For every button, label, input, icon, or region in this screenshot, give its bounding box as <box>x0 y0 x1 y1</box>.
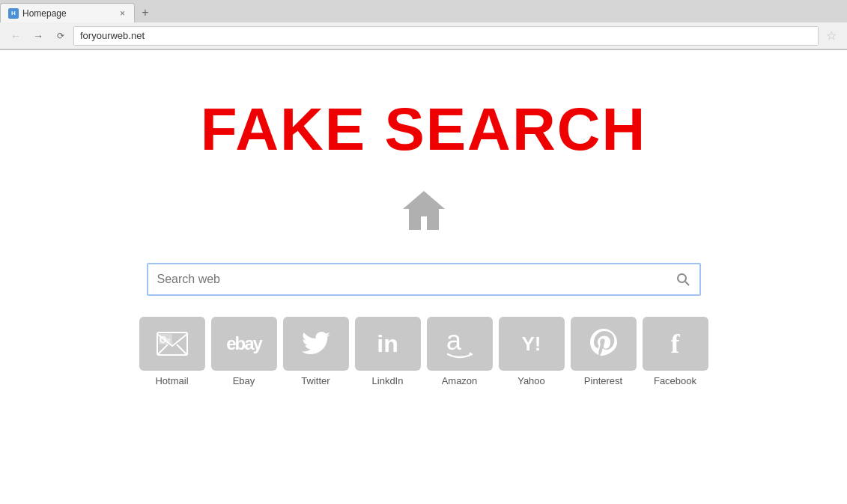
shortcut-ebay[interactable]: ebay Ebay <box>211 317 277 386</box>
shortcut-twitter[interactable]: Twitter <box>283 317 349 386</box>
shortcuts-row: O ≡ Hotmail ebay Ebay Twitter <box>139 317 708 386</box>
twitter-label: Twitter <box>301 375 330 386</box>
shortcut-pinterest[interactable]: Pinterest <box>571 317 637 386</box>
amazon-label: Amazon <box>442 375 478 386</box>
amazon-icon-box: a <box>427 317 493 371</box>
svg-point-1 <box>678 274 686 282</box>
linkedin-icon: in <box>377 330 398 358</box>
search-bar-wrap <box>147 263 701 296</box>
forward-button[interactable]: → <box>28 26 48 46</box>
back-button[interactable]: ← <box>6 26 25 46</box>
refresh-button[interactable]: ⟳ <box>51 26 70 46</box>
svg-line-5 <box>177 344 187 355</box>
svg-marker-0 <box>403 191 445 230</box>
hotmail-icon-box: O ≡ <box>139 317 205 371</box>
svg-line-4 <box>157 344 168 355</box>
linkedin-label: LinkdIn <box>372 375 404 386</box>
tab-favicon: H <box>8 8 19 19</box>
home-icon-wrap <box>400 186 448 242</box>
tab-bar: H Homepage × + <box>0 0 847 22</box>
svg-marker-10 <box>469 352 472 354</box>
svg-text:O: O <box>160 335 166 345</box>
pinterest-icon-box <box>571 317 637 371</box>
shortcut-facebook[interactable]: f Facebook <box>643 317 708 386</box>
shortcut-yahoo[interactable]: Y! Yahoo <box>499 317 565 386</box>
linkedin-icon-box: in <box>355 317 421 371</box>
page-title: FAKE SEARCH <box>201 95 646 164</box>
active-tab[interactable]: H Homepage × <box>0 3 135 22</box>
new-tab-button[interactable]: + <box>135 3 156 22</box>
ebay-icon: ebay <box>226 333 261 354</box>
svg-text:≡: ≡ <box>166 336 171 344</box>
svg-text:a: a <box>446 329 462 356</box>
shortcut-amazon[interactable]: a Amazon <box>427 317 493 386</box>
twitter-icon-box <box>283 317 349 371</box>
bookmark-star[interactable]: ☆ <box>822 26 841 46</box>
svg-line-2 <box>685 282 689 285</box>
hotmail-label: Hotmail <box>155 375 188 386</box>
home-icon <box>400 186 448 242</box>
shortcut-linkedin[interactable]: in LinkdIn <box>355 317 421 386</box>
browser-chrome: H Homepage × + ← → ⟳ ☆ <box>0 0 847 50</box>
page-content: FAKE SEARCH <box>0 50 847 504</box>
yahoo-label: Yahoo <box>517 375 545 386</box>
nav-bar: ← → ⟳ ☆ <box>0 22 847 49</box>
search-input[interactable] <box>148 267 667 292</box>
yahoo-icon: Y! <box>522 333 541 356</box>
ebay-label: Ebay <box>233 375 255 386</box>
tab-title: Homepage <box>22 8 67 19</box>
shortcut-hotmail[interactable]: O ≡ Hotmail <box>139 317 205 386</box>
yahoo-icon-box: Y! <box>499 317 565 371</box>
facebook-icon: f <box>671 328 680 359</box>
ebay-icon-box: ebay <box>211 317 277 371</box>
pinterest-label: Pinterest <box>584 375 622 386</box>
search-button[interactable] <box>667 263 699 296</box>
address-bar[interactable] <box>73 26 819 46</box>
tab-close-button[interactable]: × <box>118 7 127 20</box>
facebook-label: Facebook <box>654 375 696 386</box>
facebook-icon-box: f <box>643 317 708 371</box>
